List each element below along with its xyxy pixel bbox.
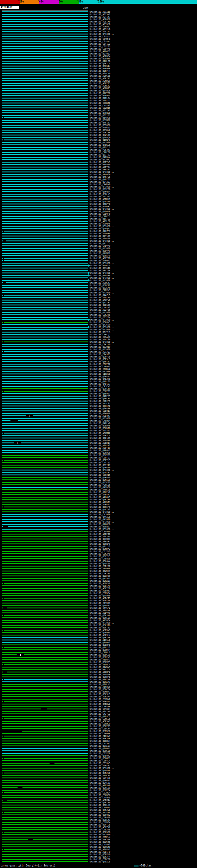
hit-label[interactable]: UniRef100_UP1000... (90, 319, 114, 321)
hit-label[interactable]: UniRef100_Q08558 (90, 831, 110, 834)
alignment-bar[interactable] (2, 696, 88, 698)
hit-label[interactable]: UniRef100_A4H6E5 (90, 489, 110, 491)
hit-label[interactable]: UniRef100_C4Y0A5 (90, 797, 110, 799)
alignment-bar[interactable] (2, 573, 88, 574)
hit-label[interactable]: UniRef100_A4H4K7 (90, 494, 110, 496)
hit-label[interactable]: UniRef100_B6VC49 (90, 72, 110, 75)
alignment-bar[interactable] (2, 14, 88, 15)
hit-label[interactable]: UniRef100_A2X4E1 (90, 430, 110, 432)
hit-label[interactable]: UniRef100_UP1000... (90, 225, 114, 227)
alignment-bar[interactable] (2, 524, 88, 525)
alignment-bar[interactable] (2, 117, 88, 119)
hit-label[interactable]: UniRef100_Q10UG6 (90, 523, 110, 526)
alignment-bar[interactable] (2, 785, 88, 786)
hit-label[interactable]: UniRef100_Q4YXE6 (90, 516, 110, 518)
alignment-bar[interactable] (2, 832, 88, 833)
alignment-bar[interactable] (2, 800, 88, 801)
hit-label[interactable]: UniRef100_A9UZ69 (90, 338, 110, 341)
alignment-bar[interactable] (2, 645, 88, 646)
alignment-bar[interactable] (2, 292, 88, 293)
alignment-bar[interactable] (2, 250, 88, 252)
hit-label[interactable]: UniRef100_C4YQ57 (90, 602, 110, 604)
hit-label[interactable]: UniRef100_C8V919 (90, 530, 110, 533)
alignment-bar[interactable] (2, 433, 88, 434)
hit-label[interactable]: UniRef100_B0Y521 (90, 782, 110, 784)
hit-label[interactable]: UniRef100_C5GY01 (90, 390, 110, 393)
alignment-bar[interactable] (2, 16, 88, 18)
hit-label[interactable]: UniRef100_B4ELW6 (90, 422, 110, 425)
hit-label[interactable]: UniRef100_B0XX33 (90, 661, 110, 663)
hit-label[interactable]: UniRef100_A7PHH1 (90, 259, 110, 262)
hit-label[interactable]: UniRef100_A1DNC4 (90, 663, 110, 666)
hit-label[interactable]: UniRef100_A7EEJ0 (90, 533, 110, 535)
alignment-bar[interactable] (2, 447, 88, 448)
hit-label[interactable]: UniRef100_A0D347 (90, 415, 110, 417)
hit-label[interactable]: UniRef100_A3GFK8 (90, 609, 110, 612)
alignment-bar[interactable] (2, 452, 88, 454)
hit-label[interactable]: UniRef100_A5DCI9 (90, 597, 110, 599)
alignment-bar[interactable] (2, 260, 88, 261)
hit-label[interactable]: UniRef100_Q5KBA9 (90, 476, 110, 479)
alignment-bar[interactable] (2, 585, 88, 587)
alignment-bar[interactable] (2, 758, 88, 759)
hit-label[interactable]: UniRef100_UP1000... (90, 767, 114, 770)
alignment-bar[interactable] (2, 130, 88, 131)
alignment-bar[interactable] (2, 253, 88, 254)
alignment-bar[interactable] (2, 383, 88, 384)
hit-label[interactable]: UniRef100_A6S225 (90, 535, 110, 538)
hit-label[interactable]: UniRef100_UP1000... (90, 171, 114, 173)
alignment-bar[interactable] (2, 70, 88, 72)
alignment-bar[interactable] (2, 622, 88, 623)
hit-label[interactable]: UniRef100_Q53648 (90, 267, 110, 270)
alignment-bar[interactable] (2, 218, 88, 220)
alignment-bar[interactable] (2, 371, 88, 372)
hit-label[interactable]: UniRef100_Q7VM92 (90, 252, 110, 255)
hit-label[interactable]: UniRef100_C0SAE1 (90, 336, 110, 338)
alignment-bar[interactable] (2, 85, 88, 87)
alignment-bar[interactable] (2, 479, 88, 480)
alignment-bar[interactable] (2, 790, 88, 791)
hit-label[interactable]: UniRef100_Q80117 (90, 361, 110, 363)
alignment-bar[interactable] (2, 137, 88, 138)
alignment-bar[interactable] (2, 317, 88, 318)
hit-label[interactable]: UniRef100_B6JVH3 (90, 331, 110, 334)
hit-label[interactable]: UniRef100_UP1000... (90, 208, 114, 210)
hit-label[interactable]: UniRef100_A5E3N8 (90, 838, 110, 841)
hit-label[interactable]: UniRef100_B7QKS6 (90, 144, 110, 146)
hit-label[interactable]: UniRef100_B6KCP9 (90, 506, 110, 508)
hit-label[interactable]: UniRef100_Q5BBV2 (90, 703, 110, 706)
hit-label[interactable]: UniRef100_B2VXB9 (90, 710, 110, 713)
alignment-bar[interactable] (2, 90, 88, 91)
alignment-bar[interactable] (2, 174, 88, 175)
hit-label[interactable]: UniRef100_A4H4K5 (90, 496, 110, 498)
hit-label[interactable]: UniRef100_UP1000... (90, 834, 114, 836)
hit-label[interactable]: UniRef100_A9IJQ3 (90, 351, 110, 353)
hit-label[interactable]: UniRef100_B8M9S8 (90, 730, 110, 733)
alignment-bar[interactable] (2, 228, 88, 229)
hit-label[interactable]: UniRef100_B6TQ68 (90, 124, 110, 127)
alignment-bar[interactable] (2, 11, 88, 12)
alignment-bar[interactable] (2, 346, 88, 348)
alignment-bar[interactable] (2, 617, 88, 619)
alignment-bar[interactable] (2, 701, 88, 702)
alignment-bar[interactable] (2, 373, 88, 375)
hit-label[interactable]: UniRef100_A2QHF2 (90, 671, 110, 673)
alignment-bar[interactable] (2, 819, 88, 820)
hit-label[interactable]: UniRef100_A5DIF9 (90, 851, 110, 853)
hit-label[interactable]: UniRef100_Q6FJK0 (90, 614, 110, 617)
alignment-bar[interactable] (2, 290, 88, 291)
hit-label[interactable]: UniRef100_C8VBN0 (90, 698, 110, 701)
hit-label[interactable]: UniRef100_B9W7E0 (90, 599, 110, 602)
hit-label[interactable]: UniRef100_A3F4S1 (90, 540, 110, 543)
alignment-bar[interactable] (2, 34, 88, 35)
alignment-bar[interactable] (2, 391, 88, 392)
alignment-bar[interactable] (2, 191, 88, 192)
alignment-bar[interactable] (2, 713, 88, 715)
hit-label[interactable]: UniRef100_A3GH10 (90, 567, 110, 570)
hit-label[interactable]: UniRef100_Q1PNP9 (90, 139, 110, 141)
hit-label[interactable]: UniRef100_A4HST3 (90, 501, 110, 503)
alignment-bar[interactable] (2, 470, 88, 471)
hit-label[interactable]: UniRef100_UP1000... (90, 240, 114, 242)
hit-label[interactable]: UniRef100_C4Y5F2 (90, 607, 110, 609)
hit-label[interactable]: UniRef100_C6T417 (90, 40, 110, 43)
